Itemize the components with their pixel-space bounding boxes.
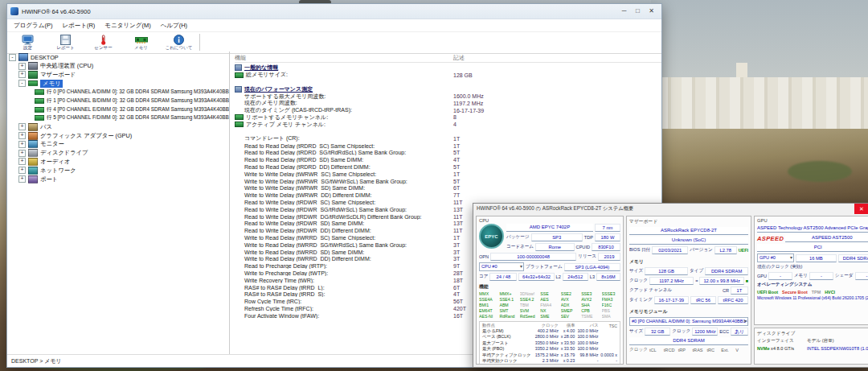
details-feature: Read to Precharge Delay (tRTP): xyxy=(235,263,453,269)
tree-item-memory-row-3[interactable]: 行 5 [P0 CHANNEL F/DIMM 0]: 32 GB DDR4 SD… xyxy=(7,114,229,123)
mb-field-label: BIOS 日付 xyxy=(629,247,650,254)
minimize-button[interactable]: ─ xyxy=(617,5,631,18)
details-value: 1600.0 MHz xyxy=(453,93,484,99)
details-row[interactable]: コマンドレート (CR):1T xyxy=(235,135,661,142)
gpu-row: GPU #016 MBDDR4 SDRAM xyxy=(757,254,868,262)
memory-dimm-button[interactable]: メモリ xyxy=(122,33,160,51)
mb-field-value: 02/03/2021 xyxy=(652,246,688,254)
clock-table-cell xyxy=(599,334,618,340)
aspeed-logo-icon: ASPEED xyxy=(757,235,784,242)
mb-table-header: tRAS xyxy=(693,348,706,352)
wallpaper-trees xyxy=(788,161,852,182)
about-info-button[interactable]: これについて xyxy=(160,33,198,51)
details-feature: RAS# to RAS# Delay (tRRD_S): xyxy=(235,291,453,297)
tree-expander[interactable]: + xyxy=(18,158,26,165)
cpu-combo-box[interactable]: CPU #0 xyxy=(479,262,524,271)
details-row[interactable]: アクティブ メモリ チャンネル:4 xyxy=(235,121,661,128)
details-feature: Read to Read Delay (tRDRD_SC) Same Chips… xyxy=(235,143,453,149)
clock-table-row: 平均実効クロック2.3 MHzx 0.23-- xyxy=(481,358,618,364)
mb-row: クロックtCLtRCDtRPtRAStRCExt.V xyxy=(629,347,748,353)
menu-item-0[interactable]: プログラム(P) xyxy=(9,22,57,30)
mb-combo-box[interactable]: #0 [P0 CHANNEL A/DIMM 0]: Samsung M393A4… xyxy=(629,317,748,326)
mb-field-label: バージョン xyxy=(690,247,713,254)
tree-root-desktop[interactable]: -DESKTOP xyxy=(7,53,229,62)
tree-expander[interactable]: - xyxy=(9,54,16,61)
summary-close-button[interactable]: ✕ xyxy=(854,204,868,214)
report-disk-button[interactable]: レポート xyxy=(47,33,84,51)
details-row[interactable]: Read to Read Delay (tRDRD_SG/tRdRdScL) S… xyxy=(235,150,661,157)
gpu-row: PCI xyxy=(757,244,868,252)
mb-row: クロック1197.2 MHz=12.00 x 99.8 MHz■ xyxy=(629,277,748,285)
tree-item-6[interactable]: +ディスクドライブ xyxy=(7,149,229,158)
close-button[interactable]: ✕ xyxy=(645,5,658,18)
details-row[interactable]: Read to Read Delay (tRDRD_SD) Same DIMM:… xyxy=(235,156,661,163)
cpu-field-value: 24 / 48 xyxy=(489,273,517,281)
clock-table-header: 倍率 xyxy=(559,323,575,328)
cpu-field-value: 100-000000048 xyxy=(490,253,576,261)
details-value: 5T xyxy=(453,164,460,170)
details-row[interactable]: Write to Write Delay (tWRWR_DD) Differen… xyxy=(235,192,661,199)
tree-item-8[interactable]: +ネットワーク xyxy=(7,166,229,175)
details-feature: Refresh Cycle Time (tRFC): xyxy=(235,306,453,311)
tree-item-4[interactable]: +グラフィックス アダプター (GPU) xyxy=(7,131,229,140)
tree-expander[interactable]: + xyxy=(18,123,26,130)
tree-expander[interactable]: + xyxy=(18,71,26,78)
details-row[interactable]: Write to Write Delay (tWRWR_SG/tWrWrScL)… xyxy=(235,178,661,185)
menu-item-3[interactable]: ヘルプ(H) xyxy=(156,22,192,30)
maximize-button[interactable]: □ xyxy=(631,5,645,18)
nvme-tag: NVMe xyxy=(757,346,770,351)
mb-title-value: Unknown (SoC) xyxy=(629,237,748,245)
settings-monitor-icon xyxy=(22,34,34,45)
menu-item-1[interactable]: レポート(R) xyxy=(57,22,100,30)
tree-item-2[interactable]: -メモリ xyxy=(7,79,229,88)
cpu-flag-svm: SVM xyxy=(520,308,538,314)
details-row[interactable]: Read to Read Delay (tRDRD_DD) Different … xyxy=(235,163,661,171)
memory-dimm-icon xyxy=(235,122,244,127)
tree-expander[interactable]: + xyxy=(18,175,26,183)
tree-expander[interactable]: + xyxy=(18,141,26,148)
cpu-flag-aes: AES xyxy=(540,297,559,303)
details-feature-text: Write to Read Delay (tWRRD_DD) Different… xyxy=(244,256,371,262)
details-row[interactable]: Write to Write Delay (tWRWR_SC) Same Chi… xyxy=(235,171,661,178)
cpu-field-label: L2 xyxy=(556,274,561,279)
tree-expander[interactable]: + xyxy=(18,132,26,139)
mb-row: メモリ xyxy=(629,256,748,266)
tree-expander[interactable]: - xyxy=(18,80,26,87)
tree-item-5[interactable]: +モニター xyxy=(7,140,229,149)
details-row[interactable]: Write to Write Delay (tWRWR_SD) Same DIM… xyxy=(235,185,661,192)
details-feature: Write to Write Delay (tWRWR_SC) Same Chi… xyxy=(235,171,453,177)
tree-item-memory-row-1[interactable]: 行 1 [P0 CHANNEL B/DIMM 0]: 32 GB DDR4 SD… xyxy=(7,97,229,105)
tree-expander[interactable]: + xyxy=(18,167,26,174)
mb-row: #0 [P0 CHANNEL A/DIMM 0]: Samsung M393A4… xyxy=(629,317,748,326)
tree-item-memory-row-2[interactable]: 行 4 [P0 CHANNEL E/DIMM 0]: 32 GB DDR4 SD… xyxy=(7,105,229,114)
tree-item-9[interactable]: +ポート xyxy=(7,175,229,183)
device-tree: -DESKTOP+中央処理装置 (CPU)+マザーボード-メモリ行 0 [P0 … xyxy=(7,52,230,354)
cpu-flag-mmx+: MMX+ xyxy=(499,291,518,297)
clock-table-cell: - xyxy=(575,358,599,364)
tree-item-0[interactable]: +中央処理装置 (CPU) xyxy=(7,62,229,71)
tree-item-memory-row-0[interactable]: 行 0 [P0 CHANNEL A/DIMM 0]: 32 GB DDR4 SD… xyxy=(7,88,229,97)
tree-item-3[interactable]: +バス xyxy=(7,122,229,131)
gpu-combo-box[interactable]: GPU #0 xyxy=(757,254,794,262)
tree-expander[interactable]: + xyxy=(18,150,26,157)
cpu-flag-sse: SSE xyxy=(540,291,559,297)
cpu-field-label: TDP xyxy=(584,235,593,240)
details-row[interactable]: 総メモリサイズ:128 GB xyxy=(235,72,661,79)
mb-field-value: 12.00 x 99.8 MHz xyxy=(699,277,743,285)
value-column-header[interactable]: 記述 xyxy=(453,54,661,62)
tree-item-7[interactable]: +オーディオ xyxy=(7,158,229,167)
cpu-clock-table: 動作点クロック倍率バスTSC最小 (LFM)400.2 MHzx 4.00100… xyxy=(479,321,620,365)
tree-expander[interactable]: + xyxy=(18,63,26,70)
menu-item-2[interactable]: モニタリング(M) xyxy=(100,22,155,30)
tree-item-1[interactable]: +マザーボード xyxy=(7,71,229,80)
sensor-thermometer-button[interactable]: センサー xyxy=(84,33,122,51)
cpu-row: パッケージSP3TDP180 W xyxy=(506,233,620,241)
feature-column-header[interactable]: 機能 xyxy=(235,54,453,62)
cpu-field-label: CPUID xyxy=(576,245,590,249)
details-row[interactable]: Read to Read Delay (tRDRD_SC) Same Chips… xyxy=(235,142,661,150)
toolbar-button-label: 設定 xyxy=(23,45,32,51)
tree-item-label: 行 5 [P0 CHANNEL F/DIMM 0]: 32 GB DDR4 SD… xyxy=(47,114,229,122)
clock-table-cell: x 33.50 xyxy=(559,346,575,352)
settings-monitor-button[interactable]: 設定 xyxy=(9,33,47,51)
details-value: 1T xyxy=(453,143,460,149)
